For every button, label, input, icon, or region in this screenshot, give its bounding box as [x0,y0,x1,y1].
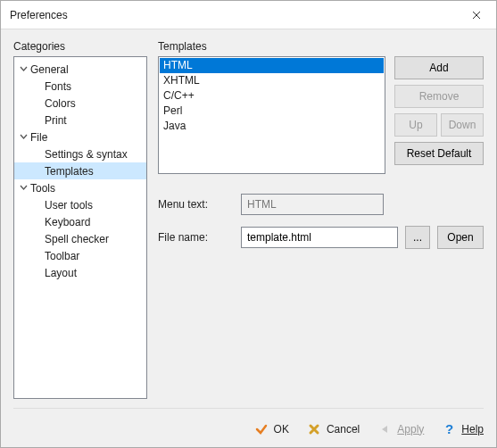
templates-listcol: Templates HTMLXHTMLC/C++PerlJava [158,40,385,174]
tree-item[interactable]: Colors [14,95,146,112]
file-name-input[interactable] [241,227,398,248]
list-item[interactable]: Java [160,119,384,134]
tree-item[interactable]: Layout [14,264,146,281]
tree-item-label: Layout [45,267,77,279]
tree-item-label: Templates [45,165,94,178]
tree-item[interactable]: General [14,61,146,78]
list-item[interactable]: HTML [160,58,384,73]
tree-item[interactable]: User tools [14,196,146,213]
list-item[interactable]: Perl [160,104,384,119]
tree-item[interactable]: File [14,129,146,145]
open-button[interactable]: Open [437,226,484,249]
tree-item-label: Fonts [45,80,71,93]
cancel-icon [307,422,321,436]
svg-text:?: ? [445,422,453,436]
ok-button[interactable]: OK [254,422,289,436]
titlebar: Preferences [1,1,496,29]
apply-button[interactable]: Apply [377,422,424,436]
tree-item-label: Settings & syntax [45,148,128,161]
list-item[interactable]: C/C++ [160,88,384,104]
categories-panel: Categories GeneralFontsColorsPrintFileSe… [13,40,147,399]
file-name-label: File name: [158,231,234,244]
cancel-button[interactable]: Cancel [307,422,360,436]
add-button[interactable]: Add [394,56,484,79]
tree-item-label: Colors [45,97,76,110]
remove-button[interactable]: Remove [394,85,484,108]
templates-listbox[interactable]: HTMLXHTMLC/C++PerlJava [158,56,385,174]
apply-icon [377,422,392,436]
form-rows: Menu text: File name: ... Open [158,194,484,249]
categories-tree[interactable]: GeneralFontsColorsPrintFileSettings & sy… [13,56,147,399]
categories-label: Categories [13,40,147,53]
menu-text-input[interactable] [241,194,384,215]
tree-item[interactable]: Tools [14,179,146,196]
browse-button[interactable]: ... [405,226,430,249]
tree-item-label: Tools [30,182,55,195]
tree-item[interactable]: Keyboard [14,213,146,230]
reset-default-button[interactable]: Reset Default [394,142,484,165]
down-button[interactable]: Down [441,113,484,137]
file-name-row: File name: ... Open [158,226,484,249]
tree-item-label: File [30,131,47,144]
tree-item-label: Keyboard [45,216,90,228]
tree-item-label: General [30,63,69,76]
tree-item[interactable]: Settings & syntax [14,145,146,162]
main-area: Categories GeneralFontsColorsPrintFileSe… [13,40,484,399]
updown-row: Up Down [394,113,484,137]
tree-item-label: Toolbar [45,250,79,262]
tree-item[interactable]: Fonts [14,78,146,95]
help-label: Help [461,423,484,436]
tree-item[interactable]: Print [14,112,146,129]
chevron-down-icon[interactable] [18,183,29,194]
chevron-down-icon[interactable] [18,64,29,75]
cancel-label: Cancel [327,423,360,436]
tree-item-label: Spell checker [45,233,109,245]
tree-item[interactable]: Spell checker [14,230,146,247]
check-icon [254,422,269,436]
close-icon [472,11,481,20]
menu-text-row: Menu text: [158,194,484,215]
templates-row: Templates HTMLXHTMLC/C++PerlJava Add Rem… [158,40,484,174]
tree-item-label: Print [45,114,67,127]
templates-panel: Templates HTMLXHTMLC/C++PerlJava Add Rem… [158,40,484,399]
help-button[interactable]: ? Help [442,422,484,436]
tree-item[interactable]: Templates [14,162,146,179]
chevron-down-icon[interactable] [18,132,29,143]
list-item[interactable]: XHTML [160,73,384,88]
menu-text-label: Menu text: [158,198,234,211]
dialog-body: Categories GeneralFontsColorsPrintFileSe… [1,29,496,447]
ok-label: OK [274,423,289,436]
window-title: Preferences [10,9,457,21]
templates-buttons: Add Remove Up Down Reset Default [394,40,484,174]
templates-label: Templates [158,40,385,53]
close-button[interactable] [457,1,496,29]
tree-item-label: User tools [45,199,93,212]
up-button[interactable]: Up [394,113,437,137]
tree-item[interactable]: Toolbar [14,247,146,264]
footer: OK Cancel Apply ? Help [13,408,484,440]
apply-label: Apply [397,423,424,436]
help-icon: ? [442,422,456,436]
